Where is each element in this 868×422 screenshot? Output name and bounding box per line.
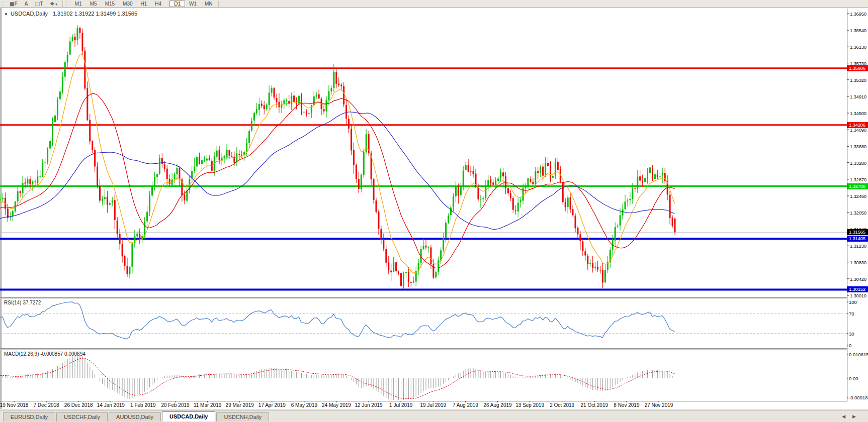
price-axis-label: 1.36950 xyxy=(850,11,868,17)
date-axis-label: 19 Jul 2019 xyxy=(420,402,446,408)
date-axis-label: 2 Oct 2019 xyxy=(550,402,574,408)
moving-averages xyxy=(0,54,675,273)
mt4-window: ▦FA⬚T❖▾ M1M5M15M30H1H4D1W1MN ▼USDCAD,Dai… xyxy=(0,0,868,422)
date-axis-label: 26 Dec 2018 xyxy=(64,402,93,408)
date-axis-label: 11 Mar 2019 xyxy=(194,402,221,408)
macd-values: -0.000857 0.000694 xyxy=(40,351,85,357)
price-axis-label: 1.31230 xyxy=(850,243,868,249)
rsi-value: 37.7272 xyxy=(23,300,41,305)
rsi-panel xyxy=(0,302,847,339)
sub-axis-label: 0.00 xyxy=(849,376,858,381)
medium-ma xyxy=(0,93,675,268)
price-axis-label: 1.35320 xyxy=(850,77,868,83)
candles xyxy=(0,25,675,290)
macd-label: MACD(12,26,9) -0.000857 0.000694 xyxy=(4,351,85,357)
date-axis-label: 24 May 2019 xyxy=(322,402,351,408)
rsi-label: RSI(14) 37.7272 xyxy=(4,300,41,305)
fast-ma xyxy=(0,54,675,273)
price-axis-label: 1.30830 xyxy=(850,260,868,265)
sub-axis-label: 100 xyxy=(849,299,857,305)
price-axis-label: 1.32050 xyxy=(850,210,868,216)
chart-canvas[interactable] xyxy=(0,0,868,410)
symbol-tab-audusd[interactable]: AUDUSD,Daily xyxy=(109,412,161,421)
price-axis-label: 1.34090 xyxy=(850,127,868,133)
price-axis-label: 1.30420 xyxy=(850,276,868,282)
date-axis-label: 1 Feb 2019 xyxy=(130,402,156,408)
tab-scroll-arrows: ◀▶ xyxy=(842,414,863,419)
chart-ohlc: 1.31902 1.31922 1.31499 1.31565 xyxy=(53,11,137,17)
price-axis-label: 1.33280 xyxy=(850,160,868,166)
price-tag-1.34206: 1.34206 xyxy=(847,122,868,128)
symbol-tab-bar: EURUSD,DailyUSDCHF,DailyAUDUSD,DailyUSDC… xyxy=(3,412,270,421)
date-axis-label: 19 Nov 2018 xyxy=(0,402,28,408)
date-axis-label: 13 Sep 2019 xyxy=(515,402,544,408)
date-axis-label: 6 May 2019 xyxy=(291,402,317,408)
chart-symbol: USDCAD,Daily xyxy=(11,11,48,17)
price-axis-label: 1.34500 xyxy=(850,111,868,116)
date-axis-label: 20 Feb 2019 xyxy=(161,402,189,408)
price-tag-1.32700: 1.32700 xyxy=(847,183,868,189)
tab-scroll-right-icon[interactable]: ▶ xyxy=(852,414,863,419)
date-axis-label: 7 Dec 2018 xyxy=(34,402,59,408)
chevron-down-icon[interactable]: ▼ xyxy=(4,12,8,17)
sub-axis-label: 0.010615 xyxy=(849,352,868,357)
date-axis-label: 21 Oct 2019 xyxy=(581,402,608,408)
date-axis-label: 14 Jan 2019 xyxy=(97,402,125,408)
macd-signal-line xyxy=(0,358,675,399)
date-axis-label: 1 Jul 2019 xyxy=(389,402,412,408)
price-tag-1.30152: 1.30152 xyxy=(847,286,868,292)
date-axis-label: 26 Aug 2019 xyxy=(483,402,511,408)
rsi-line xyxy=(0,302,675,339)
sub-axis-label: -0.00918 xyxy=(849,395,868,400)
price-tag-1.31565: 1.31565 xyxy=(847,229,868,235)
sub-axis-label: 70 xyxy=(849,311,854,316)
date-axis-label: 27 Nov 2019 xyxy=(645,402,673,408)
symbol-tab-usdchf[interactable]: USDCHF,Daily xyxy=(56,412,108,421)
price-axis-label: 1.36130 xyxy=(850,44,868,50)
date-axis-label: 17 Apr 2019 xyxy=(258,402,286,408)
date-axis-label: 29 Mar 2019 xyxy=(226,402,254,408)
sub-axis-label: 30 xyxy=(849,331,854,337)
price-axis-label: 1.33680 xyxy=(850,144,868,149)
price-tag-1.35606: 1.35606 xyxy=(847,65,868,71)
price-tag-1.31405: 1.31405 xyxy=(847,236,868,242)
price-axis-label: 1.30010 xyxy=(850,293,868,298)
sub-axis-label: 0 xyxy=(849,343,851,348)
chart-title: ▼USDCAD,Daily1.31902 1.31922 1.31499 1.3… xyxy=(4,11,137,17)
price-axis-label: 1.32460 xyxy=(850,193,868,199)
price-axis-label: 1.32870 xyxy=(850,177,868,182)
date-axis-label: 12 Jun 2019 xyxy=(355,402,383,408)
tab-scroll-left-icon[interactable]: ◀ xyxy=(842,414,852,419)
date-axis-label: 8 Nov 2019 xyxy=(614,402,639,408)
symbol-tab-usdcnh[interactable]: USDCNH,Daily xyxy=(216,412,269,421)
symbol-tab-eurusd[interactable]: EURUSD,Daily xyxy=(3,412,55,421)
date-axis-label: 7 Aug 2019 xyxy=(453,402,478,408)
symbol-tab-usdcad[interactable]: USDCAD,Daily xyxy=(162,411,215,421)
price-axis-label: 1.36540 xyxy=(850,28,868,33)
price-axis-label: 1.34910 xyxy=(850,94,868,99)
macd-panel xyxy=(0,355,675,400)
